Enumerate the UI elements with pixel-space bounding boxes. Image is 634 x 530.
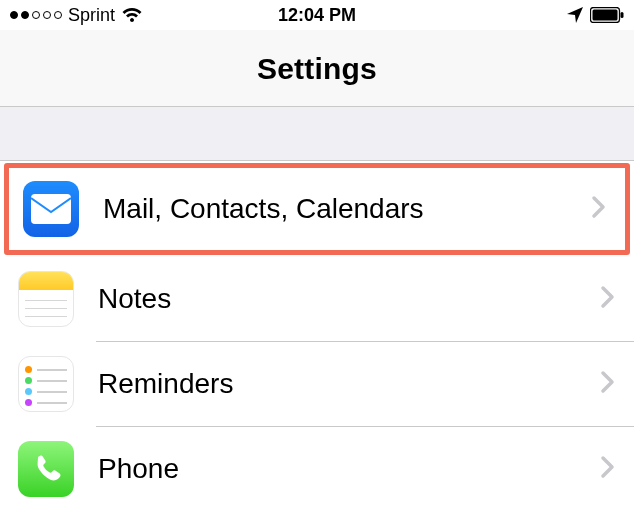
carrier-label: Sprint (68, 5, 115, 26)
row-reminders[interactable]: Reminders (0, 342, 634, 426)
wifi-icon (121, 7, 143, 23)
chevron-right-icon (600, 285, 616, 313)
page-title: Settings (0, 52, 634, 86)
settings-header: Settings (0, 30, 634, 107)
section-spacer (0, 107, 634, 161)
row-notes[interactable]: Notes (0, 257, 634, 341)
mail-icon (23, 181, 79, 237)
location-icon (566, 6, 584, 24)
svg-rect-1 (593, 10, 618, 21)
status-bar: Sprint 12:04 PM (0, 0, 634, 30)
battery-icon (590, 7, 624, 23)
notes-icon (18, 271, 74, 327)
signal-strength-icon (10, 11, 62, 19)
clock-label: 12:04 PM (278, 5, 356, 26)
row-label: Mail, Contacts, Calendars (103, 193, 591, 225)
row-mail-contacts-calendars[interactable]: Mail, Contacts, Calendars (4, 163, 630, 255)
row-label: Reminders (98, 368, 600, 400)
chevron-right-icon (600, 455, 616, 483)
row-phone[interactable]: Phone (0, 427, 634, 511)
settings-list: Mail, Contacts, Calendars Notes Reminder… (0, 163, 634, 511)
phone-icon (18, 441, 74, 497)
svg-rect-2 (621, 12, 624, 18)
reminders-icon (18, 356, 74, 412)
chevron-right-icon (600, 370, 616, 398)
svg-rect-3 (31, 194, 71, 224)
row-label: Phone (98, 453, 600, 485)
row-label: Notes (98, 283, 600, 315)
chevron-right-icon (591, 195, 607, 223)
